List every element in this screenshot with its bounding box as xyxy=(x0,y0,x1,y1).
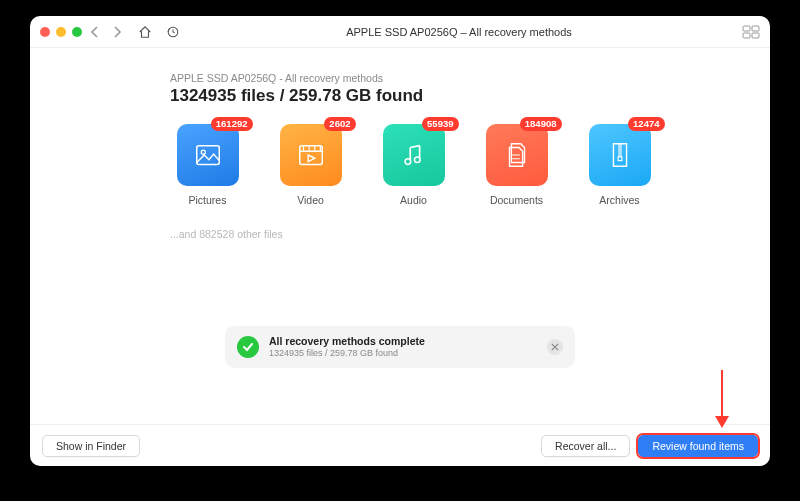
category-archives[interactable]: 12474 Archives xyxy=(582,124,657,206)
svg-rect-10 xyxy=(618,157,622,161)
app-window: APPLE SSD AP0256Q – All recovery methods… xyxy=(30,16,770,466)
results-headline: 1324935 files / 259.78 GB found xyxy=(170,86,700,106)
other-files-label: ...and 882528 other files xyxy=(170,228,700,240)
status-subtitle: 1324935 files / 259.78 GB found xyxy=(269,348,537,359)
archives-label: Archives xyxy=(599,194,639,206)
audio-count-badge: 55939 xyxy=(422,117,458,131)
titlebar: APPLE SSD AP0256Q – All recovery methods xyxy=(30,16,770,48)
category-documents[interactable]: 184908 Documents xyxy=(479,124,554,206)
layout-toggle-button[interactable] xyxy=(742,25,760,39)
pictures-icon xyxy=(193,140,223,170)
category-video[interactable]: 2602 Video xyxy=(273,124,348,206)
svg-point-9 xyxy=(414,157,420,163)
pictures-label: Pictures xyxy=(189,194,227,206)
chevron-left-icon xyxy=(89,26,101,38)
minimize-window-icon[interactable] xyxy=(56,27,66,37)
home-button[interactable] xyxy=(136,23,154,41)
audio-icon xyxy=(399,140,429,170)
video-icon xyxy=(296,140,326,170)
audio-tile: 55939 xyxy=(383,124,445,186)
documents-count-badge: 184908 xyxy=(520,117,562,131)
scan-target-label: APPLE SSD AP0256Q - All recovery methods xyxy=(170,72,700,84)
recover-all-button[interactable]: Recover all... xyxy=(541,435,630,457)
svg-point-6 xyxy=(201,150,205,154)
archives-tile: 12474 xyxy=(589,124,651,186)
zoom-window-icon[interactable] xyxy=(72,27,82,37)
status-title: All recovery methods complete xyxy=(269,335,537,348)
close-icon xyxy=(551,343,559,351)
svg-rect-3 xyxy=(743,33,750,38)
footer: Show in Finder Recover all... Review fou… xyxy=(30,424,770,466)
category-audio[interactable]: 55939 Audio xyxy=(376,124,451,206)
checkmark-icon xyxy=(242,341,254,353)
archives-count-badge: 12474 xyxy=(628,117,664,131)
documents-icon xyxy=(502,140,532,170)
close-window-icon[interactable] xyxy=(40,27,50,37)
nav-forward-button[interactable] xyxy=(108,23,126,41)
video-count-badge: 2602 xyxy=(324,117,355,131)
video-tile: 2602 xyxy=(280,124,342,186)
dismiss-status-button[interactable] xyxy=(547,339,563,355)
main-content: APPLE SSD AP0256Q - All recovery methods… xyxy=(30,48,770,424)
audio-label: Audio xyxy=(400,194,427,206)
svg-rect-5 xyxy=(196,146,219,165)
svg-point-8 xyxy=(405,159,411,165)
svg-rect-2 xyxy=(752,26,759,31)
status-banner: All recovery methods complete 1324935 fi… xyxy=(225,326,575,368)
category-pictures[interactable]: 161292 Pictures xyxy=(170,124,245,206)
documents-tile: 184908 xyxy=(486,124,548,186)
show-in-finder-button[interactable]: Show in Finder xyxy=(42,435,140,457)
documents-label: Documents xyxy=(490,194,543,206)
archives-icon xyxy=(605,140,635,170)
chevron-right-icon xyxy=(111,26,123,38)
status-success-icon xyxy=(237,336,259,358)
history-button[interactable] xyxy=(164,23,182,41)
svg-rect-1 xyxy=(743,26,750,31)
pictures-count-badge: 161292 xyxy=(211,117,253,131)
category-grid: 161292 Pictures 2602 Video xyxy=(170,124,700,206)
svg-rect-4 xyxy=(752,33,759,38)
window-title: APPLE SSD AP0256Q – All recovery methods xyxy=(182,26,736,38)
grid-icon xyxy=(742,25,760,39)
window-controls xyxy=(40,27,82,37)
home-icon xyxy=(138,25,152,39)
history-icon xyxy=(166,25,180,39)
nav-back-button[interactable] xyxy=(86,23,104,41)
pictures-tile: 161292 xyxy=(177,124,239,186)
review-found-items-button[interactable]: Review found items xyxy=(638,435,758,457)
video-label: Video xyxy=(297,194,324,206)
